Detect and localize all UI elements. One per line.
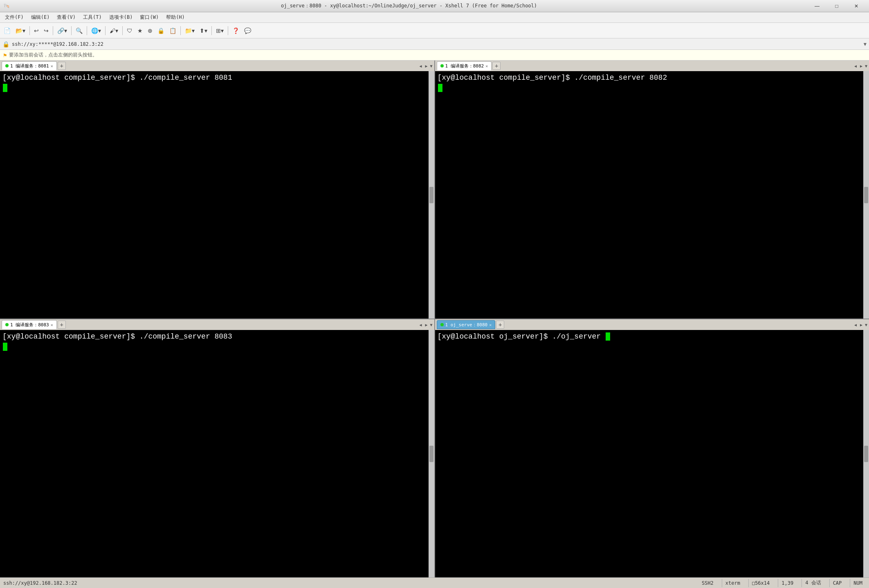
pane-nav-top-left: ◀ ▶ ▼ [418, 64, 432, 68]
scroll-thumb-bottom-right[interactable] [864, 446, 868, 462]
menu-tabs[interactable]: 选项卡(B) [106, 13, 136, 22]
cursor-8083 [3, 343, 7, 351]
toolbar: 📄 📂▾ ↩ ↪ 🔗▾ 🔍 🌐▾ 🖌▾ 🛡 ★ ⊕ 🔒 📋 📁▾ ⬆▾ ⊞▾ ❓… [0, 23, 869, 38]
terminal-line-8083: [xy@localhost compile_server]$ ./compile… [2, 332, 426, 342]
scrollbar-top-left[interactable] [429, 71, 434, 319]
pane-next-button-tr[interactable]: ▶ [859, 64, 863, 68]
pane-next-button[interactable]: ▶ [424, 64, 428, 68]
minimize-button[interactable]: — [808, 0, 826, 12]
info-icon: ⚑ [3, 52, 7, 58]
close-button[interactable]: ✕ [847, 0, 866, 12]
scroll-thumb-top-left[interactable] [429, 187, 433, 203]
tb-target[interactable]: ⊕ [146, 25, 155, 36]
menu-edit[interactable]: 编辑(E) [28, 13, 53, 22]
tab-close-8082[interactable]: ✕ [485, 64, 488, 68]
terminal-bottom-right[interactable]: [xy@localhost oj_server]$ ./oj_server [435, 330, 864, 577]
pane-prev-button[interactable]: ◀ [418, 64, 422, 68]
tb-globe[interactable]: 🌐▾ [89, 25, 103, 36]
window-controls: — □ ✕ [808, 0, 866, 12]
tb-layout[interactable]: ⊞▾ [214, 25, 226, 36]
tb-file2[interactable]: 📋 [167, 25, 178, 36]
maximize-button[interactable]: □ [827, 0, 846, 12]
tb-open[interactable]: 📂▾ [13, 25, 27, 36]
pane-nav-top-right: ◀ ▶ ▼ [853, 64, 867, 68]
pane-top-right-inner: [xy@localhost compile_server]$ ./compile… [435, 71, 869, 319]
main-content: 1 编译服务：8081 ✕ + ◀ ▶ ▼ [xy@localhost comp… [0, 61, 869, 577]
pane-scroll-button[interactable]: ▼ [430, 64, 432, 68]
pane-scroll-button-bl[interactable]: ▼ [430, 323, 432, 327]
tab-left-group: 1 编译服务：8081 ✕ + [2, 61, 66, 70]
menu-tools[interactable]: 工具(T) [80, 13, 105, 22]
tab-add-button-top-right[interactable]: + [492, 62, 501, 70]
terminal-top-left[interactable]: [xy@localhost compile_server]$ ./compile… [0, 71, 429, 319]
tab-compile-8081[interactable]: 1 编译服务：8081 ✕ [2, 61, 57, 70]
scrollbar-bottom-right[interactable] [863, 330, 869, 577]
scrollbar-bottom-left[interactable] [429, 330, 434, 577]
status-left: ssh://xy@192.168.182.3:22 [3, 580, 77, 586]
pane-prev-button-tr[interactable]: ◀ [853, 64, 858, 68]
terminal-bottom-left[interactable]: [xy@localhost compile_server]$ ./compile… [0, 330, 429, 577]
tab-close-8080[interactable]: ✕ [489, 323, 492, 327]
tab-add-button-bottom-right[interactable]: + [496, 321, 504, 329]
pane-scroll-button-br[interactable]: ▼ [865, 323, 867, 327]
pane-top-left-inner: [xy@localhost compile_server]$ ./compile… [0, 71, 434, 319]
tb-new[interactable]: 📄 [2, 25, 13, 36]
scroll-thumb-top-right[interactable] [864, 187, 868, 203]
tb-chat[interactable]: 💬 [242, 25, 253, 36]
toolbar-separator-7 [180, 26, 181, 35]
pane-prev-button-br[interactable]: ◀ [853, 323, 858, 327]
tb-star[interactable]: ★ [135, 25, 145, 36]
pane-prev-button-bl[interactable]: ◀ [418, 323, 422, 327]
scroll-thumb-bottom-left[interactable] [429, 446, 433, 462]
status-dimensions: □ 56x14 [748, 579, 773, 587]
menu-bar: 文件(F) 编辑(E) 查看(V) 工具(T) 选项卡(B) 窗口(W) 帮助(… [0, 12, 869, 23]
pane-bottom-left-inner: [xy@localhost compile_server]$ ./compile… [0, 330, 434, 577]
tb-help[interactable]: ❓ [230, 25, 241, 36]
tab-left-group-right: 1 编译服务：8082 ✕ + [437, 61, 501, 70]
tb-redo[interactable]: ↪ [42, 25, 51, 36]
terminal-line-8081: [xy@localhost compile_server]$ ./compile… [2, 73, 426, 83]
menu-file[interactable]: 文件(F) [2, 13, 27, 22]
address-dropdown[interactable]: ▼ [864, 41, 867, 47]
tab-add-button-bottom-left[interactable]: + [58, 321, 66, 329]
tb-undo[interactable]: ↩ [32, 25, 41, 36]
tb-shield[interactable]: 🛡 [125, 25, 135, 36]
pane-top-left-tab-bar: 1 编译服务：8081 ✕ + ◀ ▶ ▼ [0, 61, 434, 71]
tab-compile-8082[interactable]: 1 编译服务：8082 ✕ [437, 61, 492, 70]
tb-lock[interactable]: 🔒 [155, 25, 166, 36]
pane-bottom-right-tab-bar: 1 oj_serve：8080 ✕ + ◀ ▶ ▼ [435, 319, 869, 330]
scrollbar-top-right[interactable] [863, 71, 869, 319]
tab-status-dot-8083 [5, 323, 9, 326]
status-num: NUM [850, 579, 866, 587]
pane-next-button-br[interactable]: ▶ [859, 323, 863, 327]
tab-close-8081[interactable]: ✕ [51, 64, 53, 68]
tab-status-dot [5, 64, 9, 67]
menu-view[interactable]: 查看(V) [54, 13, 79, 22]
toolbar-separator-9 [228, 26, 228, 35]
menu-window[interactable]: 窗口(W) [137, 13, 162, 22]
status-position: 1,39 [778, 579, 797, 587]
tb-find[interactable]: 🔍 [74, 25, 85, 36]
pane-next-button-bl[interactable]: ▶ [424, 323, 428, 327]
tb-upload[interactable]: ⬆▾ [198, 25, 209, 36]
toolbar-separator-6 [122, 26, 123, 35]
tab-oj-server-8080[interactable]: 1 oj_serve：8080 ✕ [437, 320, 496, 329]
pane-nav-bottom-left: ◀ ▶ ▼ [418, 323, 432, 327]
toolbar-separator-2 [53, 26, 53, 35]
tb-brush[interactable]: 🖌▾ [108, 25, 120, 36]
status-connection: ssh://xy@192.168.182.3:22 [3, 580, 77, 586]
status-sessions: 4 会话 [802, 579, 824, 587]
pane-top-right: 1 编译服务：8082 ✕ + ◀ ▶ ▼ [xy@localhost comp… [435, 61, 869, 319]
cursor-8082 [438, 84, 442, 92]
tab-close-8083[interactable]: ✕ [51, 323, 53, 327]
tb-connect[interactable]: 🔗▾ [55, 25, 69, 36]
tab-compile-8083[interactable]: 1 编译服务：8083 ✕ [2, 320, 57, 329]
menu-help[interactable]: 帮助(H) [163, 13, 188, 22]
info-bar: ⚑ 要添加当前会话，点击左侧的箭头按钮。 [0, 50, 869, 61]
pane-scroll-button-tr[interactable]: ▼ [865, 64, 867, 68]
tb-folder2[interactable]: 📁▾ [183, 25, 197, 36]
tab-add-button-top-left[interactable]: + [58, 62, 66, 70]
terminal-top-right[interactable]: [xy@localhost compile_server]$ ./compile… [435, 71, 864, 319]
dimensions-icon: □ [752, 580, 755, 586]
status-cap: CAP [829, 579, 845, 587]
